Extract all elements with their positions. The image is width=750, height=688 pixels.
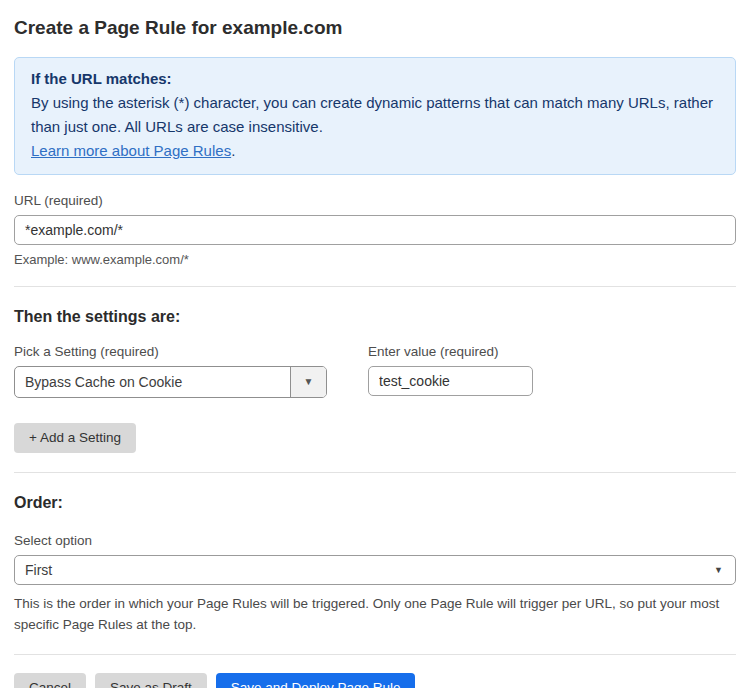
- setting-select-arrow-button[interactable]: ▼: [290, 367, 326, 397]
- create-page-rule-form: Create a Page Rule for example.com If th…: [0, 0, 750, 688]
- order-select-value: First: [15, 556, 735, 584]
- order-select[interactable]: First ▼: [14, 555, 736, 585]
- footer-buttons: Cancel Save as Draft Save and Deploy Pag…: [14, 673, 736, 688]
- divider: [14, 286, 736, 287]
- info-box-body: By using the asterisk (*) character, you…: [31, 91, 719, 139]
- link-suffix: .: [231, 142, 235, 159]
- setting-picker-column: Pick a Setting (required) Bypass Cache o…: [14, 326, 327, 398]
- info-box-heading: If the URL matches:: [31, 67, 719, 91]
- cancel-button[interactable]: Cancel: [14, 673, 86, 688]
- settings-row: Pick a Setting (required) Bypass Cache o…: [14, 326, 736, 398]
- divider: [14, 654, 736, 655]
- url-input[interactable]: [14, 215, 736, 245]
- url-example-text: Example: www.example.com/*: [14, 252, 736, 267]
- add-setting-button[interactable]: + Add a Setting: [14, 423, 136, 453]
- chevron-down-icon: ▼: [304, 377, 314, 387]
- setting-picker-label: Pick a Setting (required): [14, 344, 327, 359]
- chevron-down-icon: ▼: [714, 565, 723, 575]
- url-matches-info-box: If the URL matches: By using the asteris…: [14, 57, 736, 175]
- order-select-label: Select option: [14, 533, 736, 548]
- add-setting-wrap: + Add a Setting: [14, 423, 736, 453]
- divider: [14, 472, 736, 473]
- setting-select[interactable]: Bypass Cache on Cookie ▼: [14, 366, 327, 398]
- setting-value-column: Enter value (required): [368, 333, 533, 396]
- setting-select-value: Bypass Cache on Cookie: [15, 367, 290, 397]
- info-box-link-line: Learn more about Page Rules.: [31, 139, 719, 163]
- url-field-label: URL (required): [14, 193, 736, 208]
- page-title: Create a Page Rule for example.com: [14, 16, 736, 40]
- setting-value-label: Enter value (required): [368, 344, 533, 359]
- setting-value-input[interactable]: [368, 366, 533, 396]
- order-help-text: This is the order in which your Page Rul…: [14, 593, 736, 635]
- settings-section-heading: Then the settings are:: [14, 308, 736, 326]
- learn-more-link[interactable]: Learn more about Page Rules: [31, 142, 231, 159]
- save-as-draft-button[interactable]: Save as Draft: [95, 673, 207, 688]
- order-section-heading: Order:: [14, 494, 736, 512]
- save-and-deploy-button[interactable]: Save and Deploy Page Rule: [216, 673, 416, 688]
